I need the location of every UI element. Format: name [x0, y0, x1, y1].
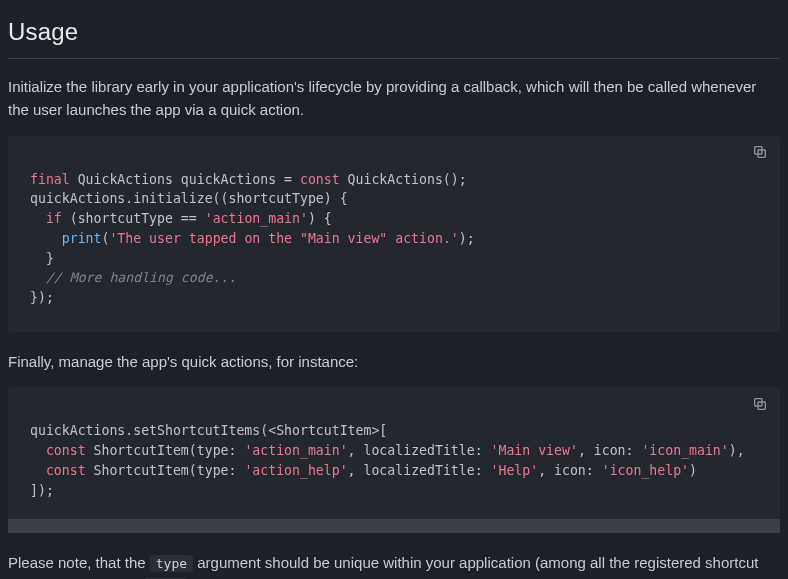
note-text: Please note, that the	[8, 554, 150, 571]
code-block-1: final QuickActions quickActions = const …	[8, 136, 780, 333]
scrollbar[interactable]	[8, 519, 780, 533]
copy-icon[interactable]	[750, 395, 770, 415]
inline-code-type: type	[150, 555, 193, 572]
page-title: Usage	[8, 14, 780, 50]
copy-icon[interactable]	[750, 144, 770, 164]
middle-paragraph: Finally, manage the app's quick actions,…	[8, 350, 780, 373]
note-paragraph: Please note, that the type argument shou…	[8, 551, 780, 579]
code-content-2: quickActions.setShortcutItems(<ShortcutI…	[8, 387, 780, 524]
code-content-1: final QuickActions quickActions = const …	[8, 136, 780, 333]
intro-paragraph: Initialize the library early in your app…	[8, 75, 780, 122]
code-block-2: quickActions.setShortcutItems(<ShortcutI…	[8, 387, 780, 532]
divider	[8, 58, 780, 59]
